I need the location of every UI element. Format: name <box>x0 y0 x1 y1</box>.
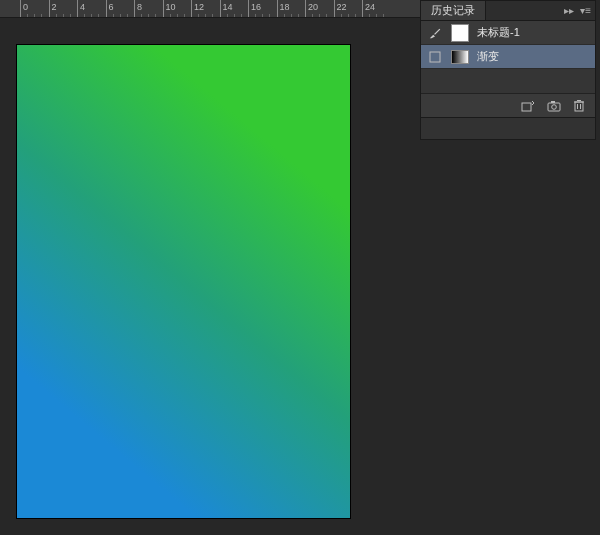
ruler-tick: 6 <box>106 0 107 18</box>
tab-history[interactable]: 历史记录 <box>421 1 486 20</box>
ruler-tick-minor <box>120 14 121 18</box>
ruler-tick: 22 <box>334 0 335 18</box>
ruler-tick: 18 <box>277 0 278 18</box>
ruler-tick: 8 <box>134 0 135 18</box>
ruler-tick-minor <box>113 14 114 18</box>
new-snapshot-icon[interactable] <box>521 100 535 112</box>
svg-rect-2 <box>548 103 560 111</box>
ruler-tick-minor <box>383 14 384 18</box>
ruler-tick-minor <box>341 14 342 18</box>
ruler-tick: 2 <box>49 0 50 18</box>
ruler-tick-label: 10 <box>166 2 176 12</box>
ruler-tick-label: 18 <box>280 2 290 12</box>
gradient-thumb-icon <box>451 50 469 64</box>
ruler-tick-minor <box>155 14 156 18</box>
ruler-tick: 4 <box>77 0 78 18</box>
ruler-tick-minor <box>348 14 349 18</box>
history-empty-slot <box>421 69 595 93</box>
ruler-tick-minor <box>184 14 185 18</box>
svg-point-3 <box>552 104 557 109</box>
ruler-tick: 0 <box>20 0 21 18</box>
panel-divider <box>421 117 595 139</box>
ruler-tick-label: 8 <box>137 2 142 12</box>
ruler-tick-minor <box>291 14 292 18</box>
ruler-tick-label: 16 <box>251 2 261 12</box>
history-item-new-document[interactable]: 未标题-1 <box>421 21 595 45</box>
history-item-label: 未标题-1 <box>477 25 520 40</box>
ruler-tick-label: 22 <box>337 2 347 12</box>
ruler-tick-minor <box>255 14 256 18</box>
ruler-tick-minor <box>63 14 64 18</box>
workspace: 024681012141618202224 <box>0 0 420 535</box>
ruler-tick: 24 <box>362 0 363 18</box>
ruler-tick-minor <box>91 14 92 18</box>
ruler-tick-minor <box>141 14 142 18</box>
ruler-tick-minor <box>177 14 178 18</box>
camera-icon[interactable] <box>547 100 561 112</box>
ruler-tick-minor <box>56 14 57 18</box>
ruler-tick-minor <box>127 14 128 18</box>
svg-rect-0 <box>430 52 440 62</box>
document-thumb-icon <box>451 24 469 42</box>
canvas[interactable] <box>17 45 350 518</box>
ruler-tick-label: 4 <box>80 2 85 12</box>
ruler-tick: 12 <box>191 0 192 18</box>
ruler-tick-minor <box>227 14 228 18</box>
ruler-tick-label: 14 <box>223 2 233 12</box>
ruler-tick-minor <box>284 14 285 18</box>
panel-menu: ▸▸ ▾≡ <box>564 5 595 16</box>
ruler-tick-minor <box>34 14 35 18</box>
ruler-tick: 20 <box>305 0 306 18</box>
ruler-tick-minor <box>376 14 377 18</box>
ruler-tick: 14 <box>220 0 221 18</box>
trash-icon[interactable] <box>573 99 585 112</box>
panel-tab-bar: 历史记录 ▸▸ ▾≡ <box>421 1 595 21</box>
svg-rect-1 <box>522 103 531 111</box>
ruler-tick: 10 <box>163 0 164 18</box>
panel-footer <box>421 93 595 117</box>
history-item-label: 渐变 <box>477 49 499 64</box>
ruler-tick-label: 24 <box>365 2 375 12</box>
ruler-tick-minor <box>312 14 313 18</box>
ruler-tick: 16 <box>248 0 249 18</box>
ruler-tick-label: 0 <box>23 2 28 12</box>
ruler-tick-minor <box>269 14 270 18</box>
ruler-tick-minor <box>70 14 71 18</box>
ruler-tick-label: 20 <box>308 2 318 12</box>
ruler-tick-minor <box>262 14 263 18</box>
ruler-tick-minor <box>98 14 99 18</box>
ruler-tick-minor <box>205 14 206 18</box>
ruler-tick-minor <box>241 14 242 18</box>
ruler-tick-minor <box>369 14 370 18</box>
ruler-tick-minor <box>298 14 299 18</box>
svg-rect-4 <box>551 101 555 103</box>
ruler-tick-minor <box>355 14 356 18</box>
history-list: 未标题-1 渐变 <box>421 21 595 93</box>
ruler-tick-label: 6 <box>109 2 114 12</box>
ruler-tick-minor <box>212 14 213 18</box>
history-brush-icon <box>427 25 443 41</box>
ruler-tick-minor <box>234 14 235 18</box>
panel-menu-icon[interactable]: ▾≡ <box>580 5 591 16</box>
ruler-tick-label: 2 <box>52 2 57 12</box>
history-panel: 历史记录 ▸▸ ▾≡ 未标题-1 渐变 <box>420 0 596 140</box>
ruler-tick-minor <box>84 14 85 18</box>
history-item-gradient[interactable]: 渐变 <box>421 45 595 69</box>
history-step-icon <box>427 49 443 65</box>
ruler-tick-minor <box>198 14 199 18</box>
ruler-tick-minor <box>148 14 149 18</box>
ruler-tick-minor <box>326 14 327 18</box>
svg-rect-5 <box>575 102 583 111</box>
ruler-horizontal: 024681012141618202224 <box>0 0 420 18</box>
ruler-tick-minor <box>319 14 320 18</box>
ruler-tick-label: 12 <box>194 2 204 12</box>
tab-history-label: 历史记录 <box>431 3 475 18</box>
ruler-tick-minor <box>170 14 171 18</box>
ruler-tick-minor <box>41 14 42 18</box>
ruler-tick-minor <box>27 14 28 18</box>
panel-expand-icon[interactable]: ▸▸ <box>564 5 574 16</box>
